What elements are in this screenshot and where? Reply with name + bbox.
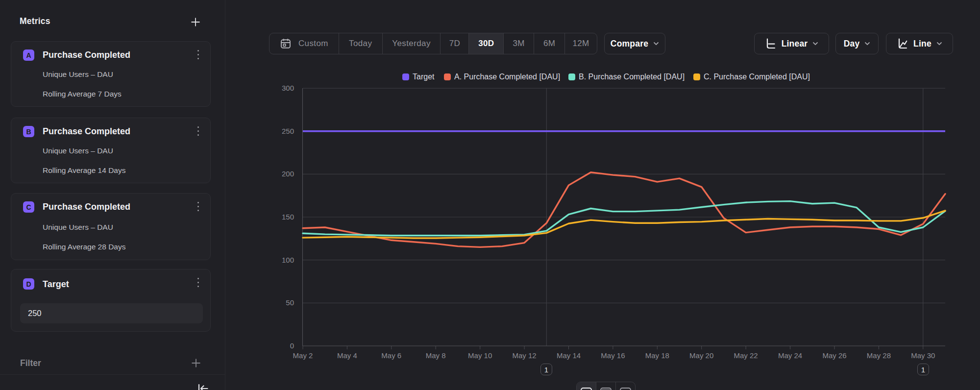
svg-text:150: 150 (282, 213, 294, 221)
svg-text:May 6: May 6 (381, 351, 401, 360)
svg-text:May 30: May 30 (911, 351, 935, 360)
svg-text:May 16: May 16 (601, 351, 625, 360)
svg-text:May 28: May 28 (867, 351, 891, 360)
svg-text:May 4: May 4 (337, 351, 357, 360)
svg-text:50: 50 (286, 298, 294, 307)
svg-text:May 22: May 22 (734, 351, 758, 360)
svg-text:300: 300 (282, 84, 294, 92)
svg-text:May 12: May 12 (512, 351, 536, 360)
svg-text:May 2: May 2 (293, 351, 313, 360)
svg-text:May 20: May 20 (689, 351, 713, 360)
svg-text:0: 0 (290, 341, 294, 350)
svg-text:May 14: May 14 (557, 351, 581, 360)
svg-text:250: 250 (282, 127, 294, 135)
svg-text:May 18: May 18 (645, 351, 669, 360)
svg-text:200: 200 (282, 170, 294, 178)
svg-text:May 10: May 10 (468, 351, 492, 360)
svg-text:100: 100 (282, 256, 294, 264)
svg-text:May 26: May 26 (822, 351, 846, 360)
svg-text:May 24: May 24 (778, 351, 802, 360)
svg-text:May 8: May 8 (426, 351, 446, 360)
